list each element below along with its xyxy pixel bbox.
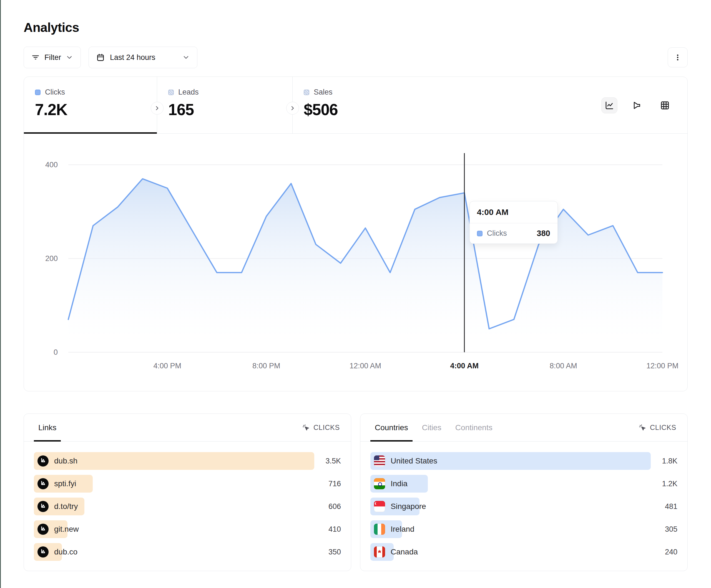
link-clicks: 606	[314, 502, 341, 511]
country-row[interactable]: Ireland 305	[370, 520, 677, 538]
sales-value: $506	[304, 100, 428, 119]
dub-logo-icon	[38, 501, 48, 512]
chevron-down-icon	[66, 53, 73, 61]
leads-swatch-icon	[168, 90, 174, 95]
clicks-swatch-icon	[477, 231, 482, 236]
link-label: spti.fyi	[54, 479, 76, 488]
page-title: Analytics	[24, 20, 688, 35]
chart-view-toggles	[601, 77, 673, 134]
svg-text:4:00 AM: 4:00 AM	[450, 362, 479, 370]
chart-tooltip: 4:00 AM Clicks 380	[470, 201, 558, 244]
tab-sales[interactable]: Sales $506	[293, 77, 428, 133]
cursor-click-icon	[302, 424, 310, 432]
countries-list: United States 1.8K India 1.2K Singapore …	[360, 442, 687, 561]
ireland-flag-icon	[374, 524, 385, 535]
sales-swatch-icon	[304, 90, 309, 95]
tooltip-metric-label: Clicks	[487, 229, 507, 238]
line-chart-icon	[605, 101, 614, 110]
stats-tabs: Clicks 7.2K Leads 165 Sales $506	[24, 77, 687, 134]
link-row[interactable]: dub.co 350	[34, 543, 341, 561]
country-clicks: 481	[651, 502, 677, 511]
svg-text:12:00 AM: 12:00 AM	[349, 362, 381, 370]
country-row[interactable]: Singapore 481	[370, 498, 677, 515]
tab-clicks[interactable]: Clicks 7.2K	[24, 77, 157, 133]
link-label: dub.co	[54, 547, 78, 557]
link-clicks: 410	[314, 525, 341, 534]
country-label: Ireland	[391, 525, 414, 534]
chevron-right-icon	[154, 105, 160, 112]
link-label: d.to/try	[54, 502, 78, 511]
dub-logo-icon	[38, 478, 48, 489]
toolbar: Filter Last 24 hours	[24, 47, 688, 68]
country-clicks: 305	[651, 525, 677, 534]
tab-cities[interactable]: Cities	[422, 414, 441, 441]
table-view-toggle[interactable]	[657, 97, 673, 113]
window-edge	[0, 0, 1, 588]
country-clicks: 1.2K	[651, 479, 677, 488]
cursor-click-icon	[638, 424, 647, 432]
links-metric-header[interactable]: CLICKS	[302, 424, 340, 432]
svg-text:400: 400	[45, 161, 58, 169]
clicks-tab-label: Clicks	[45, 88, 65, 96]
tab-links[interactable]: Links	[38, 414, 56, 441]
filter-button[interactable]: Filter	[24, 47, 81, 68]
leads-value: 165	[168, 100, 292, 119]
tooltip-metric-value: 380	[537, 229, 550, 238]
funnel-view-toggle[interactable]	[629, 97, 645, 113]
dub-logo-icon	[38, 524, 48, 535]
us-flag-icon	[374, 455, 385, 467]
links-list: dub.sh 3.5K spti.fyi 716 d.to/try 606	[24, 442, 351, 561]
leads-tab-label: Leads	[178, 88, 199, 96]
link-row[interactable]: git.new 410	[34, 520, 341, 538]
svg-text:4:00 PM: 4:00 PM	[153, 362, 181, 370]
clicks-chart-canvas: 4002000 4:00 PM8:00 PM12:00 AM4:00 AM8:0…	[24, 134, 688, 391]
countries-card: Countries Cities Continents CLICKS Unite…	[360, 413, 688, 571]
clicks-swatch-icon	[35, 90, 41, 95]
table-grid-icon	[660, 101, 670, 110]
tab-countries[interactable]: Countries	[375, 414, 408, 441]
sales-tab-label: Sales	[314, 88, 332, 96]
dub-logo-icon	[38, 546, 48, 558]
link-row[interactable]: d.to/try 606	[34, 498, 341, 515]
country-clicks: 240	[651, 548, 677, 557]
countries-metric-header[interactable]: CLICKS	[638, 424, 676, 432]
canada-flag-icon	[374, 546, 385, 558]
funnel-icon	[632, 101, 642, 110]
link-clicks: 3.5K	[314, 457, 341, 466]
svg-text:200: 200	[45, 254, 58, 263]
expand-clicks-leads-button[interactable]	[151, 102, 164, 115]
date-range-button[interactable]: Last 24 hours	[89, 47, 197, 68]
country-label: Canada	[391, 547, 418, 557]
link-label: git.new	[54, 525, 79, 534]
svg-text:0: 0	[53, 348, 58, 356]
analytics-page: Analytics Filter Last 24 hours	[24, 0, 688, 571]
svg-text:12:00 PM: 12:00 PM	[646, 362, 678, 370]
tab-continents[interactable]: Continents	[455, 414, 493, 441]
country-row[interactable]: United States 1.8K	[370, 452, 677, 470]
calendar-icon	[96, 53, 105, 62]
link-row[interactable]: dub.sh 3.5K	[34, 452, 341, 470]
filter-icon	[31, 53, 40, 62]
dub-logo-icon	[38, 455, 48, 467]
clicks-area-chart[interactable]: 4002000 4:00 PM8:00 PM12:00 AM4:00 AM8:0…	[24, 134, 688, 391]
country-label: Singapore	[391, 502, 426, 511]
svg-text:8:00 AM: 8:00 AM	[550, 362, 577, 370]
tab-leads[interactable]: Leads 165	[157, 77, 293, 133]
filter-button-label: Filter	[44, 53, 61, 62]
india-flag-icon	[374, 478, 385, 489]
tooltip-time: 4:00 AM	[470, 201, 558, 223]
country-label: India	[391, 479, 408, 488]
chevron-right-icon	[289, 105, 296, 112]
country-row[interactable]: India 1.2K	[370, 475, 677, 493]
svg-text:8:00 PM: 8:00 PM	[252, 362, 280, 370]
country-row[interactable]: Canada 240	[370, 543, 677, 561]
link-clicks: 350	[314, 548, 341, 557]
expand-leads-sales-button[interactable]	[286, 102, 299, 115]
link-row[interactable]: spti.fyi 716	[34, 475, 341, 493]
line-chart-toggle[interactable]	[601, 97, 618, 113]
singapore-flag-icon	[374, 501, 385, 512]
more-options-button[interactable]	[668, 47, 688, 67]
clicks-value: 7.2K	[35, 100, 157, 119]
country-clicks: 1.8K	[651, 457, 677, 466]
chevron-down-icon	[182, 53, 190, 61]
